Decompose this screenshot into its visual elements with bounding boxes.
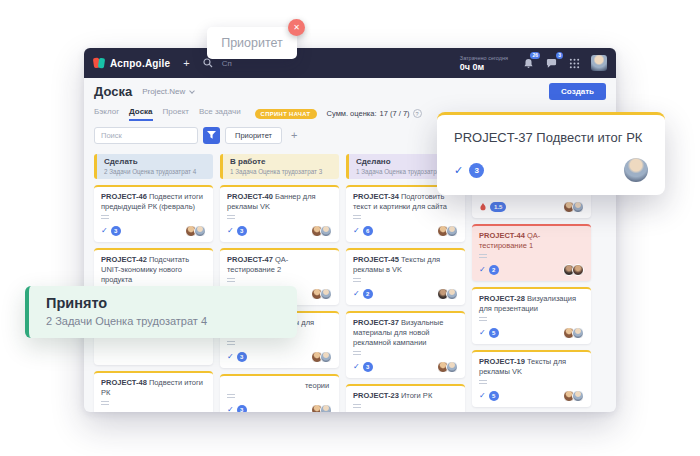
task-title: Итоги РК: [401, 391, 432, 400]
avatar: [624, 158, 648, 182]
notifications-button[interactable]: 26: [522, 57, 534, 69]
avatar: [194, 411, 206, 412]
description-icon: [479, 317, 487, 322]
accepted-column-popover[interactable]: Принято 2 Задачи Оценка трудозатрат 4: [25, 286, 297, 338]
filter-button[interactable]: [203, 127, 220, 144]
top-navbar: Аспро.Agile + Сп Затрачено сегодня 0ч 0м…: [84, 48, 616, 78]
description-icon: [227, 278, 235, 283]
tab-project[interactable]: Проект: [163, 107, 189, 121]
app-logo-icon[interactable]: [93, 57, 105, 69]
task-title: теории: [305, 381, 329, 390]
board-selector[interactable]: Project.New: [142, 87, 194, 96]
subtask-count-badge: 2: [363, 289, 373, 299]
priority-filter-button[interactable]: Приоритет: [225, 127, 282, 144]
task-id: PROJECT-44: [479, 231, 525, 240]
board-column-todo: Сделать 2 Задачи Оценка трудозатрат 4 PR…: [94, 154, 213, 412]
description-icon: [353, 278, 361, 283]
column-meta: 2 Задачи Оценка трудозатрат 4: [104, 168, 206, 175]
check-icon: ✓: [479, 328, 486, 338]
description-icon: [479, 380, 487, 385]
chat-icon: [546, 58, 557, 69]
tab-all-tasks[interactable]: Все задачи: [199, 107, 241, 121]
accepted-title: Принято: [46, 295, 280, 311]
avatar: [572, 264, 584, 276]
dragged-task-card[interactable]: PROJECT-37 Подвести итог РК ✓ 3: [437, 112, 665, 195]
task-card[interactable]: PROJECT-28 Визуализация для презентации …: [472, 287, 591, 344]
task-id: PROJECT-45: [353, 255, 399, 264]
fire-icon: [479, 203, 487, 212]
description-icon: [227, 394, 235, 399]
grid-icon: [569, 58, 580, 69]
time-label: Затрачено сегодня: [460, 55, 508, 61]
board-toolbar: Доска Project.New Создать: [84, 78, 616, 105]
add-filter-button[interactable]: +: [291, 129, 297, 141]
avatar: [572, 327, 584, 339]
bell-icon: [523, 58, 534, 69]
task-id: PROJECT-19: [479, 357, 525, 366]
app-window: Аспро.Agile + Сп Затрачено сегодня 0ч 0м…: [84, 48, 616, 412]
page-title: Доска: [94, 84, 132, 99]
subtask-count-badge: 5: [489, 328, 499, 338]
sprint-summary: Сумм. оценка: 17 (7 / 7) ?: [327, 109, 422, 118]
priority-tooltip: Приоритет ✕: [207, 27, 297, 59]
check-icon: ✓: [353, 289, 360, 299]
subtask-count-badge: 3: [237, 352, 247, 362]
task-card[interactable]: PROJECT-45 Тексты для рекламы в VK ✓ 2: [346, 248, 465, 305]
search-input[interactable]: [94, 127, 198, 144]
column-header: В работе 1 Задача Оценка трудозатрат 3: [220, 154, 339, 179]
avatar: [320, 404, 332, 412]
task-id: PROJECT-47: [227, 255, 273, 264]
summary-label: Сумм. оценка:: [327, 109, 377, 118]
check-icon: ✓: [101, 226, 108, 236]
task-card[interactable]: PROJECT-48 Подвести итоги РК ✓ 2: [94, 371, 213, 412]
task-card[interactable]: теории ✓ 3: [220, 374, 339, 412]
task-card[interactable]: PROJECT-19 Тексты для рекламы VK ✓ 5: [472, 350, 591, 407]
description-icon: [101, 215, 109, 220]
column-title: В работе: [230, 157, 332, 166]
check-icon: ✓: [353, 362, 360, 372]
board-selector-value: Project.New: [142, 87, 185, 96]
description-icon: [479, 254, 487, 259]
task-id: PROJECT-40: [227, 192, 273, 201]
task-card[interactable]: PROJECT-44 QA-тестирование 1 ✓ 2: [472, 224, 591, 281]
chat-badge: 3: [556, 52, 563, 59]
brand-name[interactable]: Аспро.Agile: [110, 58, 170, 69]
task-id: PROJECT-28: [479, 294, 525, 303]
avatar: [194, 225, 206, 237]
user-avatar[interactable]: [591, 55, 607, 71]
avatar: [446, 225, 458, 237]
task-card[interactable]: PROJECT-46 Подвести итоги предыдущей РК …: [94, 185, 213, 242]
task-card[interactable]: PROJECT-40 Баннер для рекламы VK ✓ 3: [220, 185, 339, 242]
quick-add-button[interactable]: +: [183, 58, 189, 69]
check-icon: ✓: [353, 226, 360, 236]
subtask-count-badge: 6: [363, 226, 373, 236]
close-icon[interactable]: ✕: [288, 19, 305, 36]
notification-badge: 26: [530, 52, 540, 59]
summary-value: 17 (7 / 7): [380, 109, 410, 118]
check-icon: ✓: [227, 352, 234, 362]
board-column-in-progress: В работе 1 Задача Оценка трудозатрат 3 P…: [220, 154, 339, 412]
create-button[interactable]: Создать: [549, 83, 606, 100]
apps-grid-button[interactable]: [568, 57, 580, 69]
check-icon: ✓: [227, 405, 234, 412]
task-id: PROJECT-37: [353, 318, 399, 327]
avatar: [572, 201, 584, 213]
task-card[interactable]: PROJECT-37 Визуальные материалы для ново…: [346, 311, 465, 378]
popover-task-title: PROJECT-37 Подвести итог РК: [454, 130, 648, 145]
avatar: [320, 225, 332, 237]
check-icon: ✓: [227, 226, 234, 236]
task-card[interactable]: PROJECT-23 Итоги РК ✓ 6: [346, 384, 465, 412]
tab-board[interactable]: Доска: [129, 107, 152, 121]
subtask-count-badge: 5: [489, 391, 499, 401]
tab-backlog[interactable]: Бэклог: [94, 107, 119, 121]
search-icon[interactable]: [203, 58, 213, 68]
avatar: [446, 288, 458, 300]
check-icon: ✓: [454, 165, 463, 175]
avatar: [572, 390, 584, 402]
navbar-menu-text[interactable]: Сп: [222, 59, 232, 68]
task-id: PROJECT-23: [353, 391, 399, 400]
time-estimate-badge: 1.5: [490, 202, 506, 212]
chat-button[interactable]: 3: [545, 57, 557, 69]
info-icon[interactable]: ?: [413, 109, 422, 118]
subtask-count-badge: 2: [489, 265, 499, 275]
